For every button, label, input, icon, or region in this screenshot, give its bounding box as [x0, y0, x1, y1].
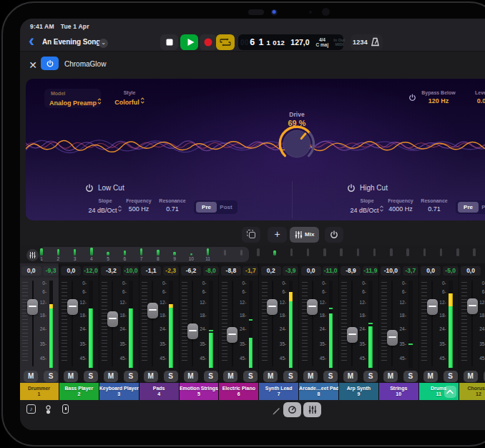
- strip-volume-value[interactable]: -8,8: [221, 266, 241, 276]
- style-selector[interactable]: Colorful: [114, 97, 144, 106]
- metronome-icon[interactable]: [370, 37, 381, 47]
- fader-cap[interactable]: [387, 330, 398, 346]
- solo-button[interactable]: S: [44, 371, 58, 382]
- song-title[interactable]: An Evening Song: [42, 38, 100, 46]
- strip-volume-value[interactable]: -3,2: [101, 266, 121, 276]
- fader-cap[interactable]: [427, 299, 438, 315]
- mute-button[interactable]: M: [464, 371, 478, 382]
- solo-button[interactable]: S: [403, 371, 418, 382]
- solo-button[interactable]: S: [283, 371, 298, 382]
- smart-controls-button[interactable]: [283, 402, 301, 417]
- plugin-power-button[interactable]: [41, 57, 59, 70]
- track-label[interactable]: Arcade…eet Pad 8: [299, 383, 338, 400]
- mute-button[interactable]: M: [383, 371, 398, 382]
- mute-button[interactable]: M: [343, 371, 358, 382]
- connector-icon[interactable]: [62, 404, 69, 414]
- strip-volume-value[interactable]: -1,1: [141, 266, 161, 276]
- strip-volume-value[interactable]: 0,2: [261, 266, 281, 276]
- track-label[interactable]: Drums 11: [419, 383, 459, 400]
- mute-button[interactable]: M: [423, 371, 438, 382]
- cycle-button[interactable]: [216, 34, 235, 50]
- solo-button[interactable]: S: [323, 371, 338, 382]
- stop-button[interactable]: [160, 34, 178, 50]
- mixer-view-button[interactable]: [303, 402, 321, 417]
- highcut-power-icon[interactable]: [347, 184, 356, 193]
- model-selector[interactable]: Model Analog Preamp: [44, 89, 101, 108]
- highcut-freq-value[interactable]: 4000 Hz: [388, 205, 413, 213]
- fader-cap[interactable]: [307, 299, 318, 315]
- lowcut-power-icon[interactable]: [85, 184, 94, 193]
- play-button[interactable]: [180, 34, 198, 50]
- lowcut-slope-value[interactable]: 24 dB/Oct: [88, 205, 122, 214]
- add-track-button[interactable]: +: [268, 227, 287, 243]
- fader-cap[interactable]: [347, 327, 358, 343]
- count-in-button[interactable]: 1234: [353, 39, 368, 46]
- record-button[interactable]: [200, 34, 217, 50]
- back-chevron-icon[interactable]: ‹: [29, 32, 39, 49]
- strip-volume-value[interactable]: -6,2: [181, 266, 201, 276]
- lowcut-res-value[interactable]: 0.71: [166, 205, 179, 213]
- solo-button[interactable]: S: [84, 371, 98, 382]
- lowcut-freq-value[interactable]: 500 Hz: [129, 205, 150, 213]
- mixer-power-button[interactable]: [325, 227, 343, 243]
- strip-volume-value[interactable]: 0,0: [61, 266, 81, 276]
- mute-button[interactable]: M: [303, 371, 318, 382]
- close-icon[interactable]: ✕: [28, 59, 38, 72]
- loop-browser-icon[interactable]: ♪: [26, 404, 36, 414]
- solo-button[interactable]: S: [164, 371, 178, 382]
- strip-volume-value[interactable]: 0,0: [21, 266, 41, 276]
- bypass-value[interactable]: 120 Hz: [428, 97, 449, 104]
- mute-button[interactable]: M: [144, 371, 158, 382]
- track-label[interactable]: Arp Synth 9: [339, 383, 378, 400]
- highcut-pre-button[interactable]: Pre: [458, 202, 479, 213]
- strip-volume-value[interactable]: 0,0: [461, 266, 481, 276]
- fader-cap[interactable]: [67, 299, 78, 315]
- highcut-slope-value[interactable]: 24 dB/Oct: [350, 205, 383, 214]
- duplicate-button[interactable]: [242, 227, 260, 243]
- track-label[interactable]: Pads 4: [139, 383, 179, 400]
- drive-knob[interactable]: [275, 122, 318, 165]
- mute-button[interactable]: M: [223, 371, 237, 382]
- track-label[interactable]: Bass Player 2: [59, 383, 99, 400]
- mute-button[interactable]: M: [184, 371, 198, 382]
- fader-cap[interactable]: [467, 298, 478, 314]
- solo-button[interactable]: S: [363, 371, 378, 382]
- solo-button[interactable]: S: [124, 371, 138, 382]
- fader-cap[interactable]: [227, 327, 237, 343]
- strip-volume-value[interactable]: 0,0: [301, 266, 321, 276]
- fader-cap[interactable]: [147, 303, 158, 318]
- solo-button[interactable]: S: [444, 371, 458, 382]
- plugins-icon[interactable]: [44, 404, 53, 417]
- mute-button[interactable]: M: [104, 371, 118, 382]
- track-label[interactable]: Chorus V 12: [459, 383, 485, 400]
- mixer-overview-icon[interactable]: [26, 249, 39, 261]
- mix-button[interactable]: Mix: [290, 227, 319, 243]
- highcut-post-button[interactable]: Post: [479, 202, 485, 213]
- edit-pencil-icon[interactable]: [272, 406, 281, 415]
- lcd-display[interactable]: 00 6 1 1 012 127,0 4/4C maj In OutMIDI: [238, 34, 343, 50]
- bypass-power-icon[interactable]: [408, 94, 416, 102]
- highcut-res-value[interactable]: 0.71: [428, 205, 441, 213]
- track-label[interactable]: Emotion Strings 5: [180, 383, 219, 400]
- lowcut-post-button[interactable]: Post: [217, 202, 235, 213]
- track-label[interactable]: Electric Piano 6: [219, 383, 258, 400]
- solo-button[interactable]: S: [204, 371, 218, 382]
- track-label[interactable]: Synth Lead 7: [259, 383, 298, 400]
- title-chevron-down-icon[interactable]: ⌄: [99, 39, 108, 48]
- mute-button[interactable]: M: [24, 371, 38, 382]
- strip-volume-value[interactable]: -10,0: [381, 266, 401, 276]
- strip-volume-value[interactable]: 0,0: [421, 266, 441, 276]
- fader-cap[interactable]: [107, 311, 118, 327]
- overview-visible-window[interactable]: [39, 247, 249, 262]
- mute-button[interactable]: M: [64, 371, 78, 382]
- track-label[interactable]: Drummer 1: [20, 383, 59, 400]
- mute-button[interactable]: M: [263, 371, 278, 382]
- strip-volume-value[interactable]: -8,9: [341, 266, 361, 276]
- solo-button[interactable]: S: [243, 371, 258, 382]
- level-value[interactable]: 0.0: [477, 97, 485, 104]
- lowcut-pre-button[interactable]: Pre: [196, 202, 217, 213]
- count-in-group[interactable]: 1234: [351, 34, 383, 50]
- fader-cap[interactable]: [267, 299, 278, 315]
- collapse-chevron-button[interactable]: [444, 386, 456, 398]
- fader-cap[interactable]: [187, 323, 198, 339]
